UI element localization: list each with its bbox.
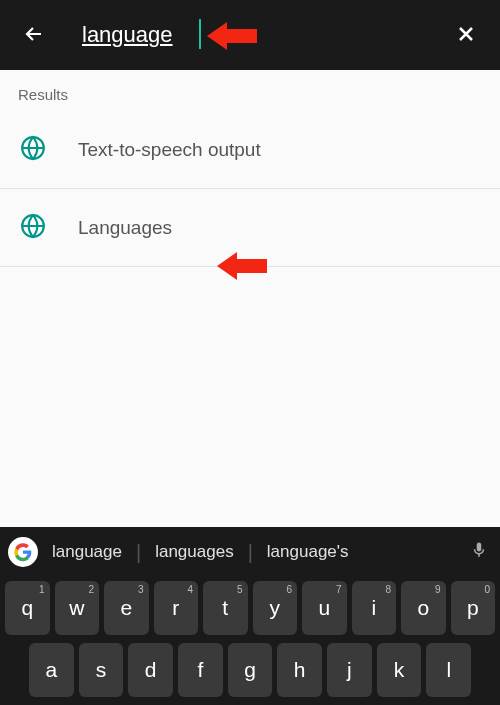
key-s[interactable]: s [79, 643, 124, 697]
key-f[interactable]: f [178, 643, 223, 697]
key-h[interactable]: h [277, 643, 322, 697]
key-g[interactable]: g [228, 643, 273, 697]
google-icon[interactable] [8, 537, 38, 567]
mic-icon[interactable] [470, 541, 492, 563]
close-icon [454, 22, 478, 46]
key-row-1: q1w2e3r4t5y6u7i8o9p0 [0, 577, 500, 639]
globe-icon [20, 135, 46, 165]
key-t[interactable]: t5 [203, 581, 248, 635]
back-button[interactable] [16, 16, 52, 55]
result-item-text-to-speech[interactable]: Text-to-speech output [0, 111, 500, 189]
result-label: Languages [78, 217, 172, 239]
soft-keyboard: language | languages | language's q1w2e3… [0, 527, 500, 705]
key-superscript: 0 [484, 584, 490, 595]
suggestion-bar: language | languages | language's [0, 527, 500, 577]
annotation-arrow-icon [217, 252, 267, 280]
key-superscript: 1 [39, 584, 45, 595]
suggestion-2[interactable]: languages [147, 542, 241, 562]
key-q[interactable]: q1 [5, 581, 50, 635]
results-heading: Results [0, 70, 500, 111]
key-w[interactable]: w2 [55, 581, 100, 635]
suggestion-1[interactable]: language [44, 542, 130, 562]
key-y[interactable]: y6 [253, 581, 298, 635]
key-l[interactable]: l [426, 643, 471, 697]
back-arrow-icon [22, 22, 46, 46]
key-u[interactable]: u7 [302, 581, 347, 635]
search-input[interactable] [82, 22, 222, 48]
text-cursor [199, 19, 201, 49]
result-label: Text-to-speech output [78, 139, 261, 161]
key-superscript: 2 [88, 584, 94, 595]
key-superscript: 3 [138, 584, 144, 595]
separator: | [136, 541, 141, 564]
annotation-arrow-icon [207, 22, 257, 50]
globe-icon [20, 213, 46, 243]
key-i[interactable]: i8 [352, 581, 397, 635]
key-superscript: 8 [385, 584, 391, 595]
key-superscript: 7 [336, 584, 342, 595]
key-d[interactable]: d [128, 643, 173, 697]
key-superscript: 9 [435, 584, 441, 595]
key-r[interactable]: r4 [154, 581, 199, 635]
key-o[interactable]: o9 [401, 581, 446, 635]
clear-button[interactable] [448, 16, 484, 55]
suggestion-3[interactable]: language's [259, 542, 357, 562]
key-row-2: asdfghjkl [0, 639, 500, 701]
key-k[interactable]: k [377, 643, 422, 697]
key-p[interactable]: p0 [451, 581, 496, 635]
key-e[interactable]: e3 [104, 581, 149, 635]
key-superscript: 6 [286, 584, 292, 595]
key-a[interactable]: a [29, 643, 74, 697]
key-superscript: 5 [237, 584, 243, 595]
key-superscript: 4 [187, 584, 193, 595]
separator: | [248, 541, 253, 564]
key-j[interactable]: j [327, 643, 372, 697]
